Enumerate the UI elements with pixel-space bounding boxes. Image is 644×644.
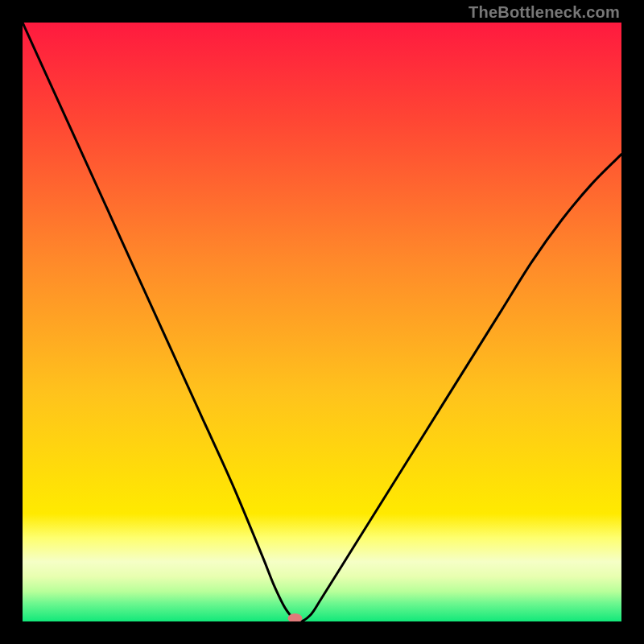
plot-area <box>23 23 621 621</box>
attribution-watermark: TheBottleneck.com <box>469 3 620 22</box>
gradient-background <box>23 23 621 621</box>
chart-frame: TheBottleneck.com <box>0 0 644 644</box>
chart-svg <box>23 23 621 621</box>
